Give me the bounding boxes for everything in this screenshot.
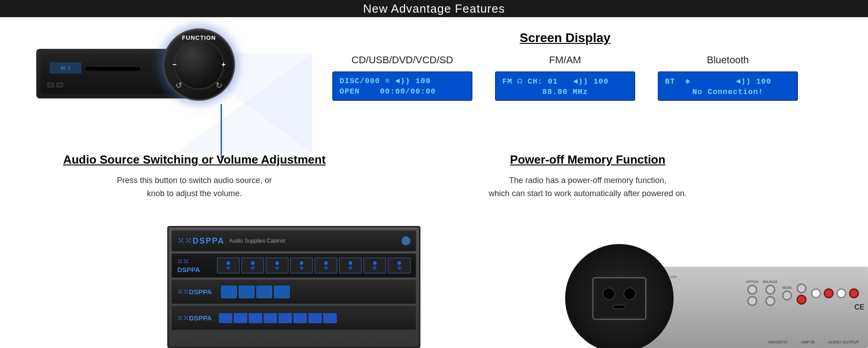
audio-output-label: AUDIO OUTPUT xyxy=(828,340,859,344)
knob-outer[interactable]: − + FUNCTION ↺ ↻ xyxy=(163,28,235,101)
bottom-equipment: ⁙⁙DSPPA Audio Supplies Cabinet ⁙⁙DSPPA xyxy=(0,221,868,348)
knob-minus-label: − xyxy=(172,61,176,69)
knob-container: − + FUNCTION ↺ ↻ xyxy=(154,19,244,110)
lcd-bt-line2: No Connection! xyxy=(665,88,791,96)
rack-module-7 xyxy=(363,258,386,273)
power-desc-line2: which can start to work automatically af… xyxy=(489,189,687,198)
audio-switching-title: Audio Source Switching or Volume Adjustm… xyxy=(36,153,353,167)
power-desc-line1: The radio has a power-off memory functio… xyxy=(509,176,666,185)
lcd-cd-line1: DISC/000 ≡ ◄)) 100 xyxy=(340,77,431,85)
display-item-fmam: FM/AM FM ☊ CH: 01 ◄)) 100 88.00 MHz xyxy=(495,54,635,101)
audio-desc-line2: knob to adjust the volume. xyxy=(147,189,242,198)
rack-controls xyxy=(401,236,410,245)
display-item-cd: CD/USB/DVD/VCD/SD DISC/000 ≡ ◄)) 100 OPE… xyxy=(332,54,472,101)
display-item-bt: Bluetooth BT ✱ ◄)) 100 No Connection! xyxy=(658,54,798,101)
rack-image: ⁙⁙DSPPA Audio Supplies Cabinet ⁙⁙DSPPA xyxy=(167,226,420,348)
back-panel-area: AC INPUT 100-240V~50/60Hz 20W OPTION BAL… xyxy=(574,226,868,348)
knob-function-label: FUNCTION xyxy=(164,34,234,41)
socket-hole-2 xyxy=(623,287,636,300)
knob-arrow-right: ↻ xyxy=(216,80,222,90)
rack-unit3-modules xyxy=(221,286,290,298)
lcd-cd-line2: OPEN 00:00/00:00 xyxy=(340,87,436,96)
ce-mark: CE xyxy=(854,303,864,311)
connector-line xyxy=(221,104,222,158)
power-socket-circle xyxy=(565,244,674,348)
panel-bottom-labels: ANAIN/TO AMP IN AUDIO OUTPUT xyxy=(768,340,859,344)
rack-module-6 xyxy=(339,258,362,273)
bt-mode-label: Bluetooth xyxy=(707,54,749,66)
rack-buttons-row xyxy=(219,313,337,323)
rack-unit-3: ⁙⁙DSPPA xyxy=(171,279,416,304)
rack-module-8 xyxy=(388,258,410,273)
rack-unit-2: ⁙⁙DSPPA xyxy=(171,253,416,278)
rack-module-1 xyxy=(217,258,240,273)
lcd-fmam: FM ☊ CH: 01 ◄)) 100 88.00 MHz xyxy=(495,71,635,101)
amp-in-label: AMP IN xyxy=(801,340,815,344)
rack-logo-3: ⁙⁙DSPPA xyxy=(177,288,212,296)
power-memory-desc: The radio has a power-off memory functio… xyxy=(384,174,791,200)
audio-switching-section: Audio Source Switching or Volume Adjustm… xyxy=(36,153,353,200)
rca-connectors: OPTION BALANCE MODE xyxy=(746,280,859,306)
rack-label: Audio Supplies Cabinet xyxy=(229,238,286,244)
knob-arrow-left: ↺ xyxy=(175,80,182,90)
knob-plus-label: + xyxy=(222,61,226,69)
rack-logo-2: ⁙⁙DSPPA xyxy=(177,258,208,273)
audio-desc-line1: Press this button to switch audio source… xyxy=(117,176,272,185)
lcd-fmam-line1: FM ☊ CH: 01 ◄)) 100 xyxy=(502,76,609,86)
lcd-bt: BT ✱ ◄)) 100 No Connection! xyxy=(658,71,798,101)
cd-slot xyxy=(86,67,140,71)
rack-logo: ⁙⁙DSPPA xyxy=(177,236,225,246)
fmam-mode-label: FM/AM xyxy=(549,54,581,66)
audio-switching-desc: Press this button to switch audio source… xyxy=(36,174,353,200)
header-bar: New Advantage Features xyxy=(0,0,868,17)
socket-hole-1 xyxy=(603,287,615,300)
lcd-bt-line1: BT ✱ ◄)) 100 xyxy=(665,76,771,86)
power-memory-title: Power-off Memory Function xyxy=(384,153,791,167)
rack-unit-1: ⁙⁙DSPPA Audio Supplies Cabinet xyxy=(171,230,416,252)
rack-body: ⁙⁙DSPPA Audio Supplies Cabinet ⁙⁙DSPPA xyxy=(167,226,420,348)
rack-module-4 xyxy=(290,258,313,273)
screen-displays-row: CD/USB/DVD/VCD/SD DISC/000 ≡ ◄)) 100 OPE… xyxy=(294,54,836,101)
socket-slot xyxy=(613,305,626,309)
lcd-cd: DISC/000 ≡ ◄)) 100 OPEN 00:00/00:00 xyxy=(332,71,472,101)
cd-mode-label: CD/USB/DVD/VCD/SD xyxy=(352,54,453,66)
lcd-fmam-line2: 88.00 MHz xyxy=(502,88,628,96)
page-title: New Advantage Features xyxy=(363,2,505,16)
cd-display: 88.5 xyxy=(50,62,81,74)
ana-in-label: ANAIN/TO xyxy=(768,340,787,344)
rack-module-3 xyxy=(266,258,288,273)
screen-display-title: Screen Display xyxy=(294,31,836,45)
rack-logo-4: ⁙⁙DSPPA xyxy=(177,314,212,322)
rack-unit-4: ⁙⁙DSPPA xyxy=(171,306,416,330)
main-content: 88.5 − + FUNCTION xyxy=(0,17,868,348)
rack-module-5 xyxy=(315,258,337,273)
power-memory-section: Power-off Memory Function The radio has … xyxy=(384,153,791,200)
rack-module-2 xyxy=(241,258,264,273)
rack-modules xyxy=(217,258,410,273)
